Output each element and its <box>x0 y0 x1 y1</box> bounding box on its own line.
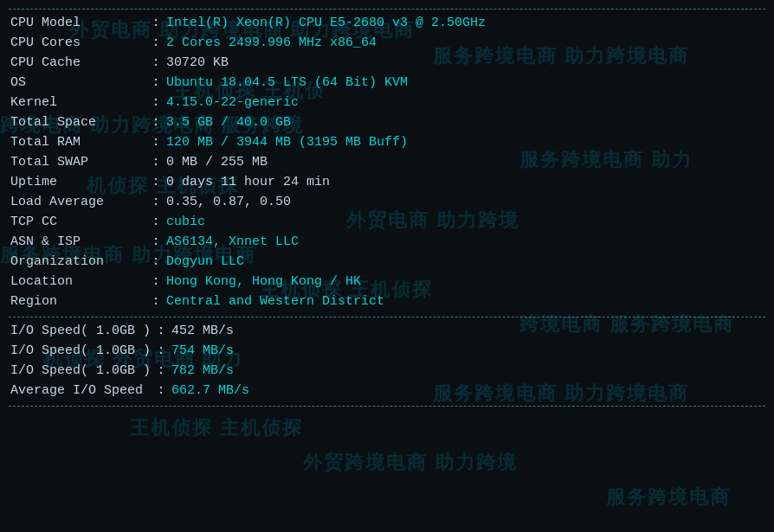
system-colon: : <box>147 252 164 272</box>
system-colon: : <box>147 212 164 232</box>
system-colon: : <box>147 53 164 73</box>
system-value: Central and Western District <box>164 292 765 311</box>
system-colon: : <box>147 73 164 93</box>
system-value: 3.5 GB / 40.0 GB <box>164 112 765 132</box>
system-label: TCP CC <box>9 212 147 232</box>
io-value: 754 MB/s <box>170 341 765 361</box>
system-value: Dogyun LLC <box>164 252 765 272</box>
system-info-row: Load Average:0.35, 0.87, 0.50 <box>9 192 765 212</box>
system-label: CPU Model <box>9 13 147 33</box>
system-colon: : <box>147 292 164 311</box>
system-info-row: CPU Cores:2 Cores 2499.996 MHz x86_64 <box>9 33 765 53</box>
system-info-row: OS:Ubuntu 18.04.5 LTS (64 Bit) KVM <box>9 73 765 93</box>
bottom-divider <box>9 406 765 407</box>
io-label: I/O Speed( 1.0GB ) <box>9 321 152 341</box>
system-value: 0.35, 0.87, 0.50 <box>164 192 765 212</box>
io-label: Average I/O Speed <box>9 381 152 401</box>
system-colon: : <box>147 33 164 53</box>
system-colon: : <box>147 93 164 112</box>
io-value: 452 MB/s <box>170 321 765 341</box>
system-colon: : <box>147 192 164 212</box>
io-info-row: I/O Speed( 1.0GB ):754 MB/s <box>9 341 765 361</box>
io-info-row: I/O Speed( 1.0GB ):782 MB/s <box>9 361 765 381</box>
system-colon: : <box>147 152 164 172</box>
io-colon: : <box>152 381 170 401</box>
io-info-row: I/O Speed( 1.0GB ):452 MB/s <box>9 321 765 341</box>
system-info-row: Region:Central and Western District <box>9 292 765 311</box>
system-info-row: Organization:Dogyun LLC <box>9 252 765 272</box>
system-label: Uptime <box>9 172 147 192</box>
system-value: Hong Kong, Hong Kong / HK <box>164 272 765 292</box>
system-label: Load Average <box>9 192 147 212</box>
middle-divider <box>9 317 765 317</box>
system-value: 0 MB / 255 MB <box>164 152 765 172</box>
system-colon: : <box>147 172 164 192</box>
io-colon: : <box>152 321 170 341</box>
io-colon: : <box>152 341 170 361</box>
system-info-row: ASN & ISP:AS6134, Xnnet LLC <box>9 232 765 252</box>
system-info-row: CPU Model:Intel(R) Xeon(R) CPU E5-2680 v… <box>9 13 765 33</box>
io-label: I/O Speed( 1.0GB ) <box>9 341 152 361</box>
system-value: AS6134, Xnnet LLC <box>164 232 765 252</box>
system-label: OS <box>9 73 147 93</box>
system-info-row: CPU Cache:30720 KB <box>9 53 765 73</box>
system-label: CPU Cache <box>9 53 147 73</box>
system-info-row: Location:Hong Kong, Hong Kong / HK <box>9 272 765 292</box>
system-colon: : <box>147 232 164 252</box>
system-label: Location <box>9 272 147 292</box>
system-value: Intel(R) Xeon(R) CPU E5-2680 v3 @ 2.50GH… <box>164 13 765 33</box>
system-info-row: TCP CC:cubic <box>9 212 765 232</box>
system-info-row: Total RAM:120 MB / 3944 MB (3195 MB Buff… <box>9 132 765 152</box>
system-value: 0 days 11 hour 24 min <box>164 172 765 192</box>
io-info-table: I/O Speed( 1.0GB ):452 MB/sI/O Speed( 1.… <box>9 321 765 401</box>
io-colon: : <box>152 361 170 381</box>
system-info-row: Total SWAP:0 MB / 255 MB <box>9 152 765 172</box>
system-colon: : <box>147 112 164 132</box>
system-value: cubic <box>164 212 765 232</box>
system-label: Kernel <box>9 93 147 112</box>
io-info-row: Average I/O Speed:662.7 MB/s <box>9 381 765 401</box>
top-divider <box>9 9 765 10</box>
system-info-table: CPU Model:Intel(R) Xeon(R) CPU E5-2680 v… <box>9 13 765 311</box>
system-value: 30720 KB <box>164 53 765 73</box>
system-label: Total RAM <box>9 132 147 152</box>
system-value: Ubuntu 18.04.5 LTS (64 Bit) KVM <box>164 73 765 93</box>
system-colon: : <box>147 132 164 152</box>
system-label: ASN & ISP <box>9 232 147 252</box>
io-value: 662.7 MB/s <box>170 381 765 401</box>
system-label: Organization <box>9 252 147 272</box>
system-value: 4.15.0-22-generic <box>164 93 765 112</box>
system-colon: : <box>147 13 164 33</box>
system-label: CPU Cores <box>9 33 147 53</box>
system-label: Total SWAP <box>9 152 147 172</box>
system-info-row: Kernel:4.15.0-22-generic <box>9 93 765 112</box>
system-value: 120 MB / 3944 MB (3195 MB Buff) <box>164 132 765 152</box>
system-colon: : <box>147 272 164 292</box>
main-container: CPU Model:Intel(R) Xeon(R) CPU E5-2680 v… <box>0 0 774 415</box>
system-info-row: Uptime:0 days 11 hour 24 min <box>9 172 765 192</box>
system-value: 2 Cores 2499.996 MHz x86_64 <box>164 33 765 53</box>
io-value: 782 MB/s <box>170 361 765 381</box>
system-label: Total Space <box>9 112 147 132</box>
system-info-row: Total Space:3.5 GB / 40.0 GB <box>9 112 765 132</box>
system-label: Region <box>9 292 147 311</box>
io-label: I/O Speed( 1.0GB ) <box>9 361 152 381</box>
